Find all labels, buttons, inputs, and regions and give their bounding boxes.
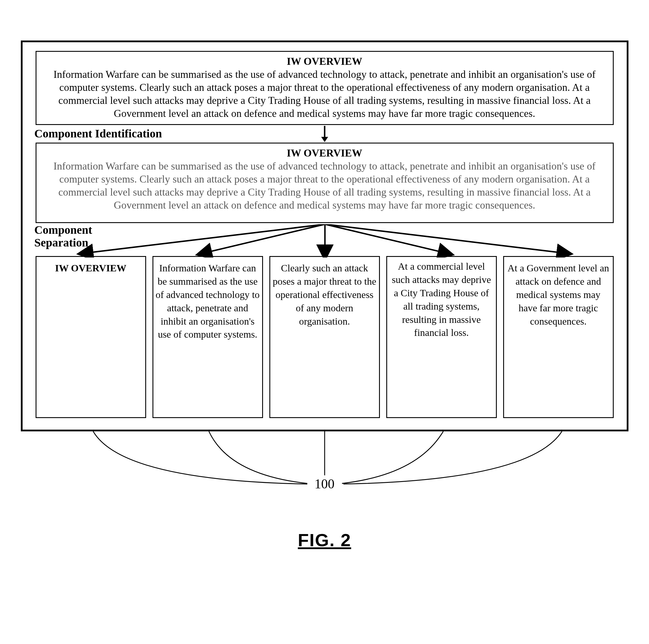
overview-box-1: IW OVERVIEW Information Warfare can be s…	[36, 51, 614, 125]
collector-wrap: 100	[21, 431, 629, 507]
component-box-2: Clearly such an attack poses a major thr…	[269, 256, 380, 418]
figure-label: FIG. 2	[11, 530, 638, 550]
diagram-frame: IW OVERVIEW Information Warfare can be s…	[21, 41, 629, 431]
svg-line-6	[325, 224, 446, 253]
arrow-1-wrap	[33, 126, 617, 143]
overview-1-title: IW OVERVIEW	[42, 55, 607, 68]
component-box-4: At a Government level an attack on defen…	[503, 256, 614, 418]
overview-1-body: Information Warfare can be summarised as…	[42, 68, 607, 120]
fan-arrows	[33, 224, 617, 256]
overview-2-title: IW OVERVIEW	[42, 147, 607, 159]
fan-arrows-icon	[33, 224, 617, 257]
overview-2-body: Information Warfare can be summarised as…	[42, 160, 607, 212]
svg-line-4	[204, 224, 325, 253]
component-box-title: IW OVERVIEW	[36, 256, 146, 418]
svg-marker-1	[321, 137, 328, 142]
component-box-3: At a commercial level such attacks may d…	[386, 256, 497, 418]
svg-line-7	[325, 224, 565, 253]
component-box-1: Information Warfare can be summarised as…	[153, 256, 263, 418]
components-row: IW OVERVIEW Information Warfare can be s…	[36, 256, 614, 418]
svg-line-3	[85, 224, 325, 253]
collector-lines-icon	[21, 431, 629, 507]
arrow-down-icon	[316, 126, 333, 143]
reference-number: 100	[314, 476, 335, 491]
overview-box-2: IW OVERVIEW Information Warfare can be s…	[36, 143, 614, 223]
